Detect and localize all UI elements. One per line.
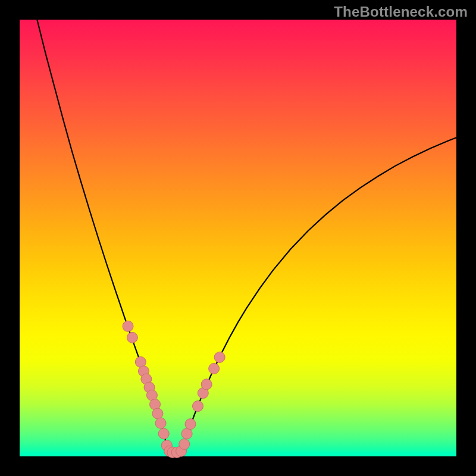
data-point (179, 439, 190, 449)
data-point (155, 418, 166, 428)
data-point (152, 408, 163, 419)
data-point (192, 401, 203, 412)
data-point (209, 363, 220, 374)
chart-svg (20, 20, 456, 456)
data-point (201, 379, 212, 390)
chart-frame: TheBottleneck.com (0, 0, 476, 476)
data-point (127, 332, 137, 343)
curve-lines (37, 20, 456, 453)
data-point (185, 419, 196, 430)
watermark-text: TheBottleneck.com (334, 4, 468, 20)
curve-markers (123, 321, 225, 458)
data-point (214, 352, 225, 362)
bottleneck-curve (37, 20, 456, 453)
data-point (123, 321, 133, 331)
data-point (181, 428, 192, 439)
plot-area (20, 20, 456, 456)
data-point (158, 428, 169, 439)
